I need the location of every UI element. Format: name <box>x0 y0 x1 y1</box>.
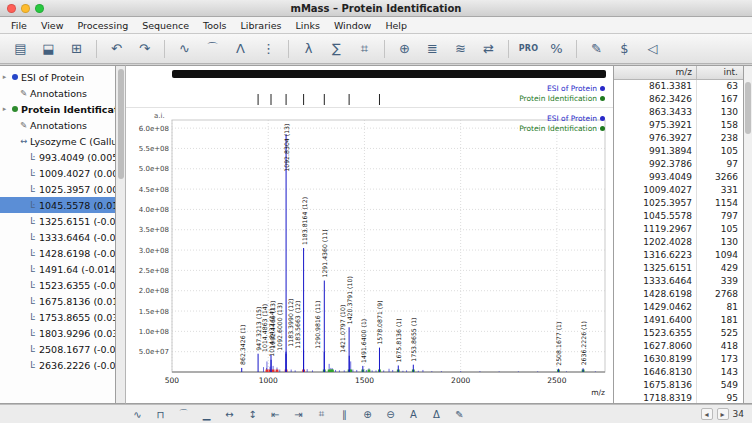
tree-item[interactable]: ✎Annotations <box>0 117 115 133</box>
zoom-out-button[interactable]: ⊖ <box>381 407 400 422</box>
peak-picking-button[interactable]: Λ <box>228 38 253 60</box>
menu-view[interactable]: View <box>34 20 71 31</box>
menu-libraries[interactable]: Libraries <box>233 20 288 31</box>
peaklist-row[interactable]: 1316.62231094 <box>614 249 743 262</box>
menu-links[interactable]: Links <box>289 20 327 31</box>
save-document-button[interactable]: ⬓ <box>36 38 61 60</box>
peaklist-row[interactable]: 975.3921158 <box>614 119 743 132</box>
disclosure-triangle-icon[interactable]: ▸ <box>0 105 9 113</box>
menu-processing[interactable]: Processing <box>70 20 135 31</box>
peaklist-tool-button[interactable]: ≣ <box>420 38 445 60</box>
close-button[interactable] <box>7 4 16 13</box>
autoscale-y-button[interactable]: ↕ <box>243 407 262 422</box>
range-end-button[interactable]: ⇥ <box>289 407 308 422</box>
tree-scrollbar[interactable] <box>116 65 126 404</box>
tree-item[interactable]: Ŀ1333.6464 (-0.021 <box>0 229 115 245</box>
autoscale-x-button[interactable]: ↔ <box>220 407 239 422</box>
peaklist-row[interactable]: 1119.2967105 <box>614 223 743 236</box>
annotation-edit-button[interactable]: ✎ <box>584 38 609 60</box>
peaklist-scrollbar-thumb[interactable] <box>745 82 751 134</box>
tree-item[interactable]: Ŀ1025.3957 (0.008 <box>0 181 115 197</box>
tree-item[interactable]: ▸ESI of Protein <box>0 69 115 85</box>
menu-sequence[interactable]: Sequence <box>135 20 196 31</box>
tree-item[interactable]: Ŀ1491.64 (-0.0146 <box>0 261 115 277</box>
document-info-button[interactable]: ⊞ <box>64 38 89 60</box>
tree-item[interactable]: Ŀ1753.8655 (0.030- <box>0 309 115 325</box>
peaklist-row[interactable]: 1333.6464339 <box>614 275 743 288</box>
peaklist-row[interactable]: 993.40493266 <box>614 171 743 184</box>
tree-item[interactable]: Ŀ993.4049 (0.0053 <box>0 149 115 165</box>
notifications-button[interactable]: ◁ <box>640 38 665 60</box>
redo-button[interactable]: ↷ <box>132 38 157 60</box>
tree-item[interactable]: Ŀ1523.6355 (-0.006 <box>0 277 115 293</box>
mass-filter-button[interactable]: ⌗ <box>352 38 377 60</box>
menu-help[interactable]: Help <box>378 20 414 31</box>
undo-button[interactable]: ↶ <box>104 38 129 60</box>
peaklist-row[interactable]: 991.3894105 <box>614 145 743 158</box>
peaklist-row[interactable]: 992.378697 <box>614 158 743 171</box>
peaklist-row[interactable]: 861.338163 <box>614 80 743 93</box>
peaklist-row[interactable]: 862.3426167 <box>614 93 743 106</box>
menu-tools[interactable]: Tools <box>196 20 233 31</box>
column-header-int[interactable]: int. <box>696 66 742 79</box>
spectrum-plot[interactable]: 5.0e+071.0e+081.5e+082.0e+082.5e+083.0e+… <box>126 110 613 403</box>
peaklist-row[interactable]: 863.3433130 <box>614 106 743 119</box>
mass-calculator-button[interactable]: ∑ <box>324 38 349 60</box>
menu-window[interactable]: Window <box>327 20 378 31</box>
delta-toggle-button[interactable]: Δ <box>427 407 446 422</box>
peaklist-row[interactable]: 1718.831995 <box>614 392 743 403</box>
money-calibration-button[interactable]: $ <box>612 38 637 60</box>
tree-item[interactable]: Ŀ1325.6151 (-0.015 <box>0 213 115 229</box>
menu-file[interactable]: File <box>4 20 34 31</box>
peaklist-row[interactable]: 1646.8130143 <box>614 366 743 379</box>
baseline-view-button[interactable]: ▁ <box>197 407 216 422</box>
range-selector[interactable] <box>172 70 606 78</box>
peaklist-row[interactable]: 1202.4028130 <box>614 236 743 249</box>
annotation-toggle-button[interactable]: ✎ <box>450 407 469 422</box>
tree-item[interactable]: ✎Annotations <box>0 85 115 101</box>
disclosure-triangle-icon[interactable]: ▸ <box>0 73 9 81</box>
signal-tool-button[interactable]: ≋ <box>448 38 473 60</box>
smooth-view-button[interactable]: ⌒ <box>174 407 193 422</box>
smoothing-button[interactable]: ∿ <box>172 38 197 60</box>
peaklist-row[interactable]: 1009.4027331 <box>614 184 743 197</box>
grid-toggle-button[interactable]: ⌗ <box>312 407 331 422</box>
pager-next-button[interactable]: ▸ <box>717 408 729 420</box>
peaklist-row[interactable]: 976.3927238 <box>614 132 743 145</box>
deisotoping-button[interactable]: ⋮ <box>256 38 281 60</box>
stick-mode-button[interactable]: ⊓ <box>151 407 170 422</box>
peaklist-row[interactable]: 1491.6400181 <box>614 314 743 327</box>
peaklist-row[interactable]: 1523.6355525 <box>614 327 743 340</box>
peaklist-row[interactable]: 1428.61982768 <box>614 288 743 301</box>
tree-item[interactable]: ▸Protein Identification <box>0 101 115 117</box>
peaklist-row[interactable]: 1675.8136549 <box>614 379 743 392</box>
compare-tool-button[interactable]: ⇄ <box>476 38 501 60</box>
pager-prev-button[interactable]: ◂ <box>701 408 713 420</box>
zoom-in-button[interactable]: ⊕ <box>358 407 377 422</box>
sequence-editor-button[interactable]: λ <box>296 38 321 60</box>
tree-item[interactable]: ↔Lysozyme C (Gallus <box>0 133 115 149</box>
peaklist-row[interactable]: 1325.6151429 <box>614 262 743 275</box>
peaklist-row[interactable]: 1025.39571154 <box>614 197 743 210</box>
column-header-mz[interactable]: m/z <box>614 66 696 79</box>
open-document-button[interactable]: ▤ <box>8 38 33 60</box>
tree-item[interactable]: Ŀ1009.4027 (0.008 <box>0 165 115 181</box>
peaklist-row[interactable]: 1045.5578797 <box>614 210 743 223</box>
peaklist-scrollbar[interactable] <box>744 65 752 404</box>
tree-item[interactable]: Ŀ1675.8136 (0.012 <box>0 293 115 309</box>
baseline-correction-button[interactable]: ⌒ <box>200 38 225 60</box>
spectrum-canvas[interactable]: 5.0e+071.0e+081.5e+082.0e+082.5e+083.0e+… <box>126 110 614 404</box>
tree-item[interactable]: Ŀ1428.6198 (-0.030 <box>0 245 115 261</box>
peaklist-row[interactable]: 1627.8060418 <box>614 340 743 353</box>
maximize-button[interactable] <box>35 4 44 13</box>
tree-item[interactable]: Ŀ2636.2226 (-0.02 <box>0 357 115 373</box>
tree-item[interactable]: Ŀ1045.5578 (0.015 <box>0 197 115 213</box>
tree-scrollbar-thumb[interactable] <box>118 69 124 179</box>
minimize-button[interactable] <box>21 4 30 13</box>
match-tool-button[interactable]: % <box>544 38 569 60</box>
presets-button[interactable]: PRO <box>516 38 541 60</box>
peaklist-row[interactable]: 1630.8199173 <box>614 353 743 366</box>
peaklist-header[interactable]: m/z int. <box>614 66 743 80</box>
zoom-tool-button[interactable]: ⊕ <box>392 38 417 60</box>
tree-item[interactable]: Ŀ2508.1677 (-0.021 <box>0 341 115 357</box>
